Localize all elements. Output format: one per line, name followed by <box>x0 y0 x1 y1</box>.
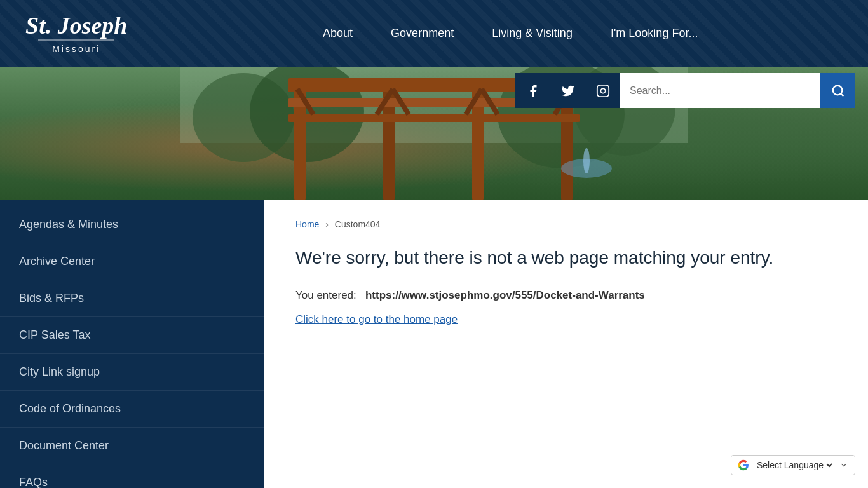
search-social-bar <box>515 73 855 108</box>
svg-line-3 <box>841 93 843 96</box>
content-area: Agendas & Minutes Archive Center Bids & … <box>0 200 868 488</box>
logo-subtitle: Missouri <box>52 44 100 54</box>
header: St. Joseph Missouri About Government Liv… <box>0 0 868 67</box>
svg-rect-16 <box>288 114 580 122</box>
chevron-down-icon <box>839 461 848 470</box>
breadcrumb: Home › Custom404 <box>295 219 836 229</box>
entered-url: https://www.stjosephmo.gov/555/Docket-an… <box>365 289 645 301</box>
search-input[interactable] <box>620 73 820 108</box>
logo-name: St. Joseph <box>25 13 127 37</box>
main-content: Home › Custom404 We're sorry, but there … <box>264 200 868 488</box>
search-button[interactable] <box>820 73 855 108</box>
nav-about[interactable]: About <box>323 27 353 40</box>
facebook-icon <box>526 84 540 98</box>
sidebar: Agendas & Minutes Archive Center Bids & … <box>0 200 264 488</box>
twitter-button[interactable] <box>550 73 585 108</box>
sidebar-item-document-center[interactable]: Document Center <box>0 428 264 464</box>
entered-url-line: You entered: https://www.stjosephmo.gov/… <box>295 289 836 302</box>
logo-divider <box>38 39 114 41</box>
logo[interactable]: St. Joseph Missouri <box>25 13 127 54</box>
breadcrumb-home[interactable]: Home <box>295 219 319 229</box>
search-container <box>620 73 855 108</box>
facebook-button[interactable] <box>515 73 550 108</box>
entered-label: You entered: <box>295 289 356 301</box>
sidebar-item-faqs[interactable]: FAQs <box>0 464 264 488</box>
sidebar-item-archive-center[interactable]: Archive Center <box>0 243 264 280</box>
svg-rect-0 <box>597 85 608 96</box>
error-heading: We're sorry, but there is not a web page… <box>295 245 836 270</box>
nav-looking-for[interactable]: I'm Looking For... <box>611 27 698 40</box>
breadcrumb-separator: › <box>325 219 329 229</box>
sidebar-item-bids-rfps[interactable]: Bids & RFPs <box>0 280 264 317</box>
social-icons <box>515 73 620 108</box>
svg-point-24 <box>583 148 590 173</box>
search-icon <box>831 84 845 98</box>
nav-living-visiting[interactable]: Living & Visiting <box>492 27 573 40</box>
sidebar-item-city-link-signup[interactable]: City Link signup <box>0 354 264 391</box>
home-page-link[interactable]: Click here to go to the home page <box>295 313 458 326</box>
main-nav: About Government Living & Visiting I'm L… <box>178 27 843 40</box>
language-selector[interactable]: Select Language English Spanish French <box>731 455 855 475</box>
sidebar-item-cip-sales-tax[interactable]: CIP Sales Tax <box>0 317 264 354</box>
breadcrumb-current: Custom404 <box>335 219 381 229</box>
twitter-icon <box>561 84 575 98</box>
language-dropdown[interactable]: Select Language English Spanish French <box>754 459 834 471</box>
nav-government[interactable]: Government <box>391 27 454 40</box>
sidebar-item-agendas-minutes[interactable]: Agendas & Minutes <box>0 207 264 243</box>
sidebar-item-code-of-ordinances[interactable]: Code of Ordinances <box>0 391 264 428</box>
instagram-button[interactable] <box>585 73 620 108</box>
instagram-icon <box>596 84 610 98</box>
svg-point-2 <box>832 85 842 95</box>
google-icon <box>738 459 749 471</box>
